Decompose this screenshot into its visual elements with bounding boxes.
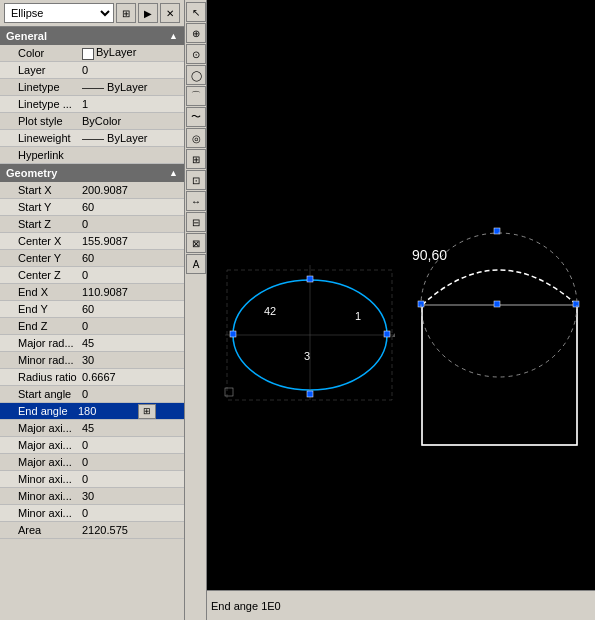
prop-label-center-x: Center X — [0, 235, 78, 247]
prop-label-layer: Layer — [0, 64, 78, 76]
prop-row-linetype-scale: Linetype ... 1 — [0, 96, 184, 113]
prop-value-start-angle: 0 — [78, 388, 184, 400]
prop-label-end-y: End Y — [0, 303, 78, 315]
prop-row-radius-ratio: Radius ratio 0.6667 — [0, 369, 184, 386]
prop-row-major-radius: Major rad... 45 — [0, 335, 184, 352]
geometry-properties: Start X 200.9087 Start Y 60 Start Z 0 Ce… — [0, 182, 184, 620]
toolbar-icon-2[interactable]: ▶ — [138, 3, 158, 23]
svg-rect-9 — [225, 388, 233, 396]
vtool-circle[interactable]: ◯ — [186, 65, 206, 85]
general-properties: Color ByLayer Layer 0 Linetype —— ByLaye… — [0, 45, 184, 164]
svg-text:42: 42 — [264, 305, 276, 317]
vtool-zoom-in[interactable]: ⊕ — [186, 23, 206, 43]
vtool-arrow[interactable]: ↖ — [186, 2, 206, 22]
prop-label-major-axi-1: Major axi... — [0, 422, 78, 434]
prop-label-area: Area — [0, 524, 78, 536]
prop-label-start-z: Start Z — [0, 218, 78, 230]
prop-label-minor-axi-3: Minor axi... — [0, 507, 78, 519]
prop-row-start-z: Start Z 0 — [0, 216, 184, 233]
prop-label-center-y: Center Y — [0, 252, 78, 264]
general-section-header[interactable]: General ▲ — [0, 27, 184, 45]
vtool-target[interactable]: ◎ — [186, 128, 206, 148]
vtool-grid[interactable]: ⊞ — [186, 149, 206, 169]
svg-text:1: 1 — [355, 310, 361, 322]
prop-label-radius-ratio: Radius ratio — [0, 371, 78, 383]
vtool-wave[interactable]: 〜 — [186, 107, 206, 127]
prop-row-area: Area 2120.575 — [0, 522, 184, 539]
svg-rect-18 — [494, 301, 500, 307]
prop-value-major-axi-2: 0 — [78, 439, 184, 451]
prop-row-start-y: Start Y 60 — [0, 199, 184, 216]
vtool-cross-box[interactable]: ⊠ — [186, 233, 206, 253]
prop-value-start-y: 60 — [78, 201, 184, 213]
prop-row-minor-axi-2: Minor axi... 30 — [0, 488, 184, 505]
prop-value-minor-radius: 30 — [78, 354, 184, 366]
prop-row-center-z: Center Z 0 — [0, 267, 184, 284]
prop-label-start-y: Start Y — [0, 201, 78, 213]
prop-value-linetype: —— ByLayer — [78, 81, 184, 93]
svg-rect-17 — [573, 301, 579, 307]
prop-row-lineweight: Lineweight —— ByLayer — [0, 130, 184, 147]
prop-row-layer: Layer 0 — [0, 62, 184, 79]
prop-value-major-axi-3: 0 — [78, 456, 184, 468]
prop-label-end-z: End Z — [0, 320, 78, 332]
end-angle-input[interactable] — [78, 405, 138, 417]
toolbar-icon-3[interactable]: ✕ — [160, 3, 180, 23]
object-type-dropdown[interactable]: Ellipse — [4, 3, 114, 23]
canvas-area: ↖ ⊕ ⊙ ◯ ⌒ 〜 ◎ ⊞ ⊡ ↔ ⊟ ⊠ A 42 1 3 — [185, 0, 595, 620]
drawing-canvas: 42 1 3 90,60 — [207, 0, 595, 590]
status-text: End ange 1E0 — [211, 600, 281, 612]
prop-label-start-angle: Start angle — [0, 388, 78, 400]
prop-label-major-axi-2: Major axi... — [0, 439, 78, 451]
general-title: General — [6, 30, 47, 42]
svg-rect-8 — [307, 391, 313, 397]
prop-label-plot-style: Plot style — [0, 115, 78, 127]
svg-text:90,60: 90,60 — [412, 247, 447, 263]
prop-value-lineweight: —— ByLayer — [78, 132, 184, 144]
prop-value-center-y: 60 — [78, 252, 184, 264]
toolbar-icon-1[interactable]: ⊞ — [116, 3, 136, 23]
prop-row-minor-axi-3: Minor axi... 0 — [0, 505, 184, 522]
vtool-text[interactable]: A — [186, 254, 206, 274]
geometry-title: Geometry — [6, 167, 57, 179]
prop-label-linetype: Linetype — [0, 81, 78, 93]
prop-value-end-z: 0 — [78, 320, 184, 332]
prop-value-radius-ratio: 0.6667 — [78, 371, 184, 383]
vtool-arc[interactable]: ⌒ — [186, 86, 206, 106]
calculator-button[interactable]: ⊞ — [138, 404, 156, 419]
general-chevron: ▲ — [169, 31, 178, 41]
prop-label-lineweight: Lineweight — [0, 132, 78, 144]
vtool-arrows[interactable]: ↔ — [186, 191, 206, 211]
prop-row-start-x: Start X 200.9087 — [0, 182, 184, 199]
prop-value-major-radius: 45 — [78, 337, 184, 349]
prop-value-minor-axi-3: 0 — [78, 507, 184, 519]
prop-value-plot-style: ByColor — [78, 115, 184, 127]
prop-row-end-angle[interactable]: End angle ⊞ — [0, 403, 184, 420]
prop-label-major-axi-3: Major axi... — [0, 456, 78, 468]
prop-value-end-y: 60 — [78, 303, 184, 315]
prop-row-linetype: Linetype —— ByLayer — [0, 79, 184, 96]
prop-label-major-radius: Major rad... — [0, 337, 78, 349]
prop-row-major-axi-3: Major axi... 0 — [0, 454, 184, 471]
vtool-minus-box[interactable]: ⊟ — [186, 212, 206, 232]
prop-value-area: 2120.575 — [78, 524, 184, 536]
vertical-toolbar: ↖ ⊕ ⊙ ◯ ⌒ 〜 ◎ ⊞ ⊡ ↔ ⊟ ⊠ A — [185, 0, 207, 620]
prop-label-minor-axi-1: Minor axi... — [0, 473, 78, 485]
svg-rect-14 — [422, 305, 577, 445]
prop-row-minor-radius: Minor rad... 30 — [0, 352, 184, 369]
prop-label-minor-axi-2: Minor axi... — [0, 490, 78, 502]
svg-text:3: 3 — [304, 350, 310, 362]
prop-row-start-angle: Start angle 0 — [0, 386, 184, 403]
prop-row-major-axi-2: Major axi... 0 — [0, 437, 184, 454]
prop-row-minor-axi-1: Minor axi... 0 — [0, 471, 184, 488]
prop-row-hyperlink: Hyperlink — [0, 147, 184, 164]
vtool-zoom-circle[interactable]: ⊙ — [186, 44, 206, 64]
geometry-section-header[interactable]: Geometry ▲ — [0, 164, 184, 182]
svg-rect-7 — [307, 276, 313, 282]
prop-label-color: Color — [0, 47, 78, 59]
prop-row-color: Color ByLayer — [0, 45, 184, 62]
prop-value-minor-axi-2: 30 — [78, 490, 184, 502]
vtool-box[interactable]: ⊡ — [186, 170, 206, 190]
prop-value-layer: 0 — [78, 64, 184, 76]
prop-value-color: ByLayer — [78, 46, 184, 59]
